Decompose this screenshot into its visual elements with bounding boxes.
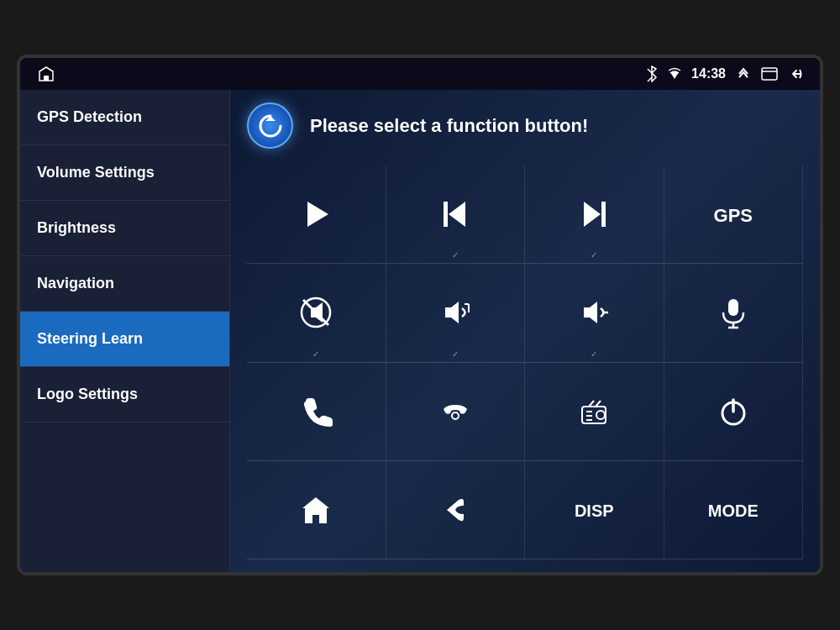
check-mark: ✓ [591,349,597,359]
status-left [37,66,55,81]
svg-rect-0 [44,76,49,81]
device-frame: 14:38 GPS Detection V [17,55,823,575]
svg-rect-2 [762,68,777,80]
sidebar-item-logo-settings[interactable]: Logo Settings [20,367,229,423]
function-grid: ✓ ✓ GPS [247,165,803,559]
main-content: GPS Detection Volume Settings Brightness… [20,90,820,572]
back-arrow-icon [438,493,472,527]
chevrons-up-icon [736,66,751,81]
status-right: 14:38 [646,66,803,82]
vol-up-icon [438,296,472,329]
function-disp[interactable]: DISP [525,461,664,559]
function-power[interactable] [664,363,804,461]
check-mark: ✓ [452,349,459,359]
vol-down-icon [577,296,611,329]
mute-icon [299,296,333,329]
hang-up-icon [438,395,472,428]
svg-marker-5 [449,202,465,227]
sidebar-item-steering-learn[interactable]: Steering Learn [20,312,229,367]
wifi-icon [668,67,681,81]
check-mark: ✓ [452,250,459,260]
play-icon [299,197,333,231]
check-mark: ✓ [312,349,319,359]
svg-rect-14 [728,299,738,316]
power-icon [717,395,750,428]
home-icon [37,66,55,81]
svg-marker-7 [584,202,601,227]
sidebar: GPS Detection Volume Settings Brightness… [20,90,230,572]
mic-icon [717,296,750,329]
radio-icon [577,395,611,428]
svg-point-19 [596,411,605,419]
back-status-icon [788,66,803,81]
sidebar-item-gps-detection[interactable]: GPS Detection [20,90,229,145]
panel-title: Please select a function button! [310,115,588,137]
function-mute[interactable]: ✓ [247,264,386,362]
mode-label: MODE [708,501,759,521]
panel-header: Please select a function button! [247,102,803,149]
phone-icon [299,395,333,428]
svg-point-17 [452,412,459,419]
gps-label: GPS [714,205,753,227]
sidebar-item-volume-settings[interactable]: Volume Settings [20,145,229,201]
function-prev[interactable]: ✓ [386,165,526,264]
skip-forward-icon [577,197,611,231]
sidebar-item-navigation[interactable]: Navigation [20,256,229,312]
function-mic[interactable] [664,264,804,362]
check-mark: ✓ [591,250,597,260]
function-mode[interactable]: MODE [664,461,804,559]
function-gps[interactable]: GPS [664,165,804,264]
refresh-button[interactable] [247,102,293,149]
window-icon [761,67,778,81]
status-bar: 14:38 [20,58,820,90]
time-display: 14:38 [691,66,726,81]
svg-rect-18 [582,407,606,423]
function-home[interactable] [247,461,386,559]
skip-back-icon [438,197,472,231]
svg-rect-8 [601,202,606,227]
right-panel: Please select a function button! ✓ [230,90,820,572]
svg-marker-4 [307,202,328,227]
home-icon [299,493,333,527]
bluetooth-icon [646,66,658,82]
function-next[interactable]: ✓ [525,165,664,264]
sidebar-item-brightness[interactable]: Brightness [20,201,229,256]
svg-rect-6 [444,202,448,227]
svg-marker-1 [670,72,679,79]
function-vol-up[interactable]: ✓ [386,264,526,362]
function-play[interactable] [247,165,386,264]
function-phone[interactable] [247,363,386,461]
function-hang-up[interactable] [386,363,526,461]
function-radio[interactable] [525,363,664,461]
function-back[interactable] [386,461,526,559]
disp-label: DISP [575,501,614,521]
function-vol-down[interactable]: ✓ [525,264,664,362]
